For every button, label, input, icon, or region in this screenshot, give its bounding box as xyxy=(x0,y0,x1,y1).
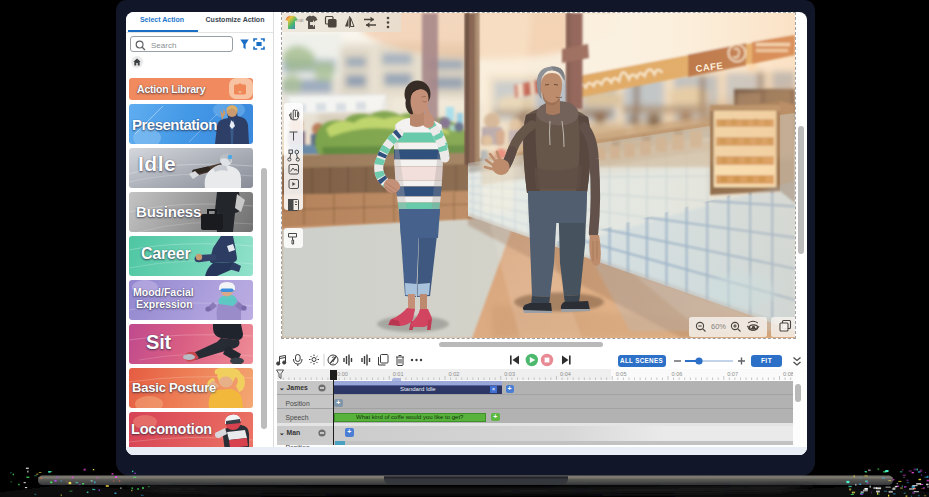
svg-text:0:03: 0:03 xyxy=(504,371,515,377)
svg-text:60%: 60% xyxy=(711,322,726,331)
svg-text:0:01: 0:01 xyxy=(393,371,404,377)
svg-text:0:07: 0:07 xyxy=(727,371,738,377)
svg-text:0:05: 0:05 xyxy=(616,371,627,377)
svg-text:0:08: 0:08 xyxy=(783,371,793,377)
svg-text:mat: mat xyxy=(296,18,304,23)
svg-text:0:06: 0:06 xyxy=(672,371,683,377)
svg-text:0:02: 0:02 xyxy=(449,371,460,377)
svg-text:0:04: 0:04 xyxy=(560,371,571,377)
svg-text:0:00: 0:00 xyxy=(337,371,348,377)
